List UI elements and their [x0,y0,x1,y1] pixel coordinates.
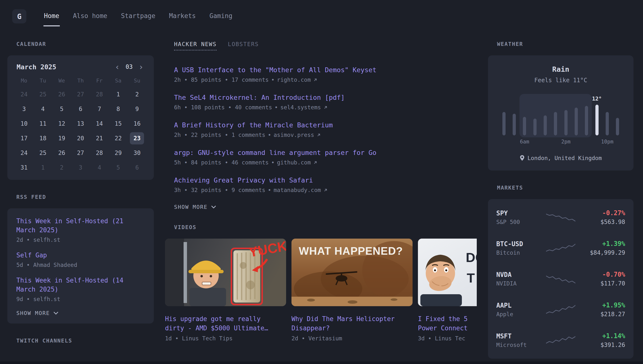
news-tabs: HACKER NEWS LOBSTERS [174,41,477,50]
market-row-spy[interactable]: SPY S&P 500 -0.27% $563.98 [496,202,625,233]
tab-hacker-news[interactable]: HACKER NEWS [174,41,217,50]
market-change: +1.14% [575,332,625,340]
calendar-next-icon[interactable]: › [138,63,145,71]
tab-lobsters[interactable]: LOBSTERS [228,41,259,50]
market-row-msft[interactable]: MSFT Microsoft +1.14% $391.26 [496,325,625,356]
video-thumbnail[interactable]: YUCK [165,238,286,306]
calendar-day: 31 [15,160,34,175]
market-row-btc-usd[interactable]: BTC-USD Bitcoin +1.39% $84,999.29 [496,233,625,264]
bullet-separator: • [268,132,271,138]
external-link-icon [317,133,321,137]
twitch-section-label: TWITCH CHANNELS [16,338,154,344]
weather-bar [564,110,567,136]
news-item-stats: 2h • 85 points • 17 comments [174,76,269,83]
news-item: A Brief History of the Miracle Bacterium… [174,121,477,138]
bottom-strip [0,362,643,364]
calendar-prev-icon[interactable]: ‹ [114,63,121,71]
calendar-day: 1 [34,160,52,175]
twitch-section: TWITCH CHANNELS [7,338,154,344]
app-logo[interactable]: G [12,9,26,24]
nav-tab-gaming[interactable]: Gaming [209,6,233,26]
hour-label: 6am [520,139,529,145]
calendar-day: 19 [52,131,71,146]
nav-tab-markets[interactable]: Markets [168,6,196,26]
news-item-stats: 3h • 32 points • 9 comments [174,187,265,193]
rss-items: This Week in Self-Hosted (21 March 2025)… [16,217,145,302]
rss-section-label: RSS FEED [16,194,154,200]
news-item-stats: 5h • 84 points • 46 comments [174,159,269,166]
calendar-day: 22 [109,131,128,146]
weather-feels-like: Feels like 11°C [496,77,625,84]
market-price: $117.70 [575,280,625,287]
weather-bar [585,106,588,136]
weather-location-text: London, United Kingdom [527,155,602,161]
news-item-meta: 2h • 85 points • 17 comments • righto.co… [174,76,477,83]
market-row-nvda[interactable]: NVDA NVIDIA -0.70% $117.70 [496,264,625,294]
market-price: $391.26 [575,342,625,348]
external-link-icon [313,160,317,165]
video-card[interactable]: WHAT HAPPENED? Why Did The Mars Helicopt… [291,238,413,342]
video-card[interactable]: YUCK His upgrade got me really dirty - A… [165,238,286,342]
market-price: $84,999.29 [575,249,625,256]
weather-bar [616,118,619,136]
market-name: Apple [496,311,546,318]
market-name: S&P 500 [496,219,546,225]
calendar-weekday-label: We [52,74,71,87]
weather-hourly-chart: 12° [499,96,623,136]
weather-bar [533,118,536,136]
market-symbol: AAPL [496,302,546,309]
news-item-source-link[interactable]: righto.com [277,76,311,83]
market-row-aapl[interactable]: AAPL Apple +1.95% $218.27 [496,294,625,325]
calendar-widget: March 2025 ‹ 03 › MoTuWeThFrSaSu24252627… [7,56,154,180]
weather-bar [523,117,526,136]
calendar-weekday-label: Sa [109,74,128,87]
hour-labels: 6am2pm10pm [499,139,623,146]
calendar-day: 9 [128,102,147,116]
calendar-section-label: CALENDAR [16,41,154,47]
video-thumbnail[interactable]: WHAT HAPPENED? [291,238,413,306]
calendar-day: 5 [52,102,71,116]
nav-tab-home[interactable]: Home [44,6,60,26]
calendar-grid: MoTuWeThFrSaSu24252627281234567891011121… [15,74,147,175]
nav-tab-startpage[interactable]: Startpage [121,6,156,26]
rss-item-title[interactable]: Self Gap [16,251,145,260]
video-title[interactable]: I Fixed the 5 Power Connect [418,314,477,333]
calendar-weekday-label: Tu [34,74,52,87]
rss-item-title[interactable]: This Week in Self-Hosted (14 March 2025) [16,276,145,294]
location-pin-icon [520,155,525,161]
video-card[interactable]: DO T [418,238,477,342]
calendar-weekday-label: Mo [15,74,34,87]
news-item: argp: GNU-style command line argument pa… [174,149,477,166]
temperature-label: 12° [592,96,602,102]
external-link-icon [313,78,317,82]
calendar-day: 24 [15,87,34,102]
news-item-title[interactable]: A Brief History of the Miracle Bacterium [174,121,477,129]
rss-show-more-button[interactable]: SHOW MORE [16,310,59,316]
video-title[interactable]: Why Did The Mars Helicopter Disappear? [291,314,413,333]
calendar-day: 27 [71,87,90,102]
news-item-source-link[interactable]: matanabudy.com [274,187,321,193]
calendar-day: 4 [90,160,109,175]
rss-item-title[interactable]: This Week in Self-Hosted (21 March 2025) [16,217,145,235]
video-title[interactable]: His upgrade got me really dirty - AMD $5… [165,314,286,333]
news-item-title[interactable]: Achieving Great Privacy with Safari [174,176,477,184]
market-sparkline [546,304,575,315]
news-item-source-link[interactable]: asimov.press [274,132,314,138]
video-meta: 1d • Linus Tech Tips [165,335,286,342]
news-show-more-button[interactable]: SHOW MORE [174,204,216,210]
market-symbol: NVDA [496,271,546,278]
markets-rows: SPY S&P 500 -0.27% $563.98 [496,202,625,356]
news-item-source-link[interactable]: github.com [277,159,311,166]
calendar-day: 21 [90,131,109,146]
calendar-day: 6 [128,160,147,175]
news-item-title[interactable]: A USB Interface to the "Mother of All De… [174,66,477,74]
calendar-day: 20 [71,131,90,146]
news-item-source-link[interactable]: sel4.systems [280,104,321,110]
calendar-day: 6 [71,102,90,116]
nav-tab-also-home[interactable]: Also home [73,6,108,26]
news-item-title[interactable]: argp: GNU-style command line argument pa… [174,149,477,156]
left-column: CALENDAR March 2025 ‹ 03 › MoTuWeThFrSaS… [7,41,154,352]
calendar-controls: ‹ 03 › [114,63,145,71]
news-item-title[interactable]: The SeL4 Microkernel: An Introduction [p… [174,94,477,101]
video-thumbnail[interactable]: DO T [418,238,477,306]
